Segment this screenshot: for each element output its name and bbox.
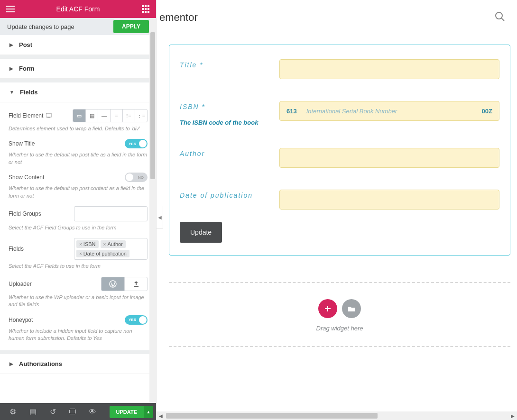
caret-right-icon: ▶ (9, 361, 13, 366)
caret-down-icon: ▼ (9, 90, 14, 95)
section-post[interactable]: ▶ Post (0, 35, 156, 55)
svg-rect-9 (142, 11, 144, 13)
svg-rect-13 (47, 118, 50, 118)
add-widget-button[interactable] (318, 299, 337, 318)
isbn-suffix: 00Z (482, 108, 492, 115)
svg-rect-5 (148, 5, 149, 7)
svg-rect-4 (145, 5, 147, 7)
show-content-label: Show Content (9, 174, 44, 181)
svg-point-16 (496, 12, 502, 19)
show-title-hint: Whether to use the default wp post title… (9, 151, 148, 166)
drop-label: Drag widget here (316, 325, 363, 332)
field-label-author: Author (180, 148, 279, 157)
uploader-basic-option[interactable] (124, 277, 147, 291)
svg-rect-19 (325, 308, 331, 309)
section-fields[interactable]: ▼ Fields (0, 82, 156, 102)
apply-button[interactable]: APPLY (113, 20, 149, 33)
show-content-hint: Whether to use the default wp post conte… (9, 185, 148, 200)
wrap-div-option[interactable]: ▭ (73, 110, 85, 122)
field-element-label: Field Element (9, 112, 53, 119)
apply-row-label: Update changes to page (7, 23, 74, 30)
honeypot-toggle[interactable]: YES (125, 315, 148, 325)
fields-label: Fields (9, 246, 24, 252)
isbn-prefix: 613 (286, 108, 297, 115)
uploader-label: Uploader (9, 281, 32, 287)
horizontal-scrollbar[interactable]: ◀ ▶ (157, 411, 517, 420)
widgets-grid-icon[interactable] (140, 3, 151, 15)
svg-rect-7 (145, 8, 147, 10)
field-label-title: Title * (180, 59, 279, 69)
fields-tagbox[interactable]: ×ISBN ×Author ×Date of publication (74, 238, 148, 260)
form-submit-button[interactable]: Update (180, 222, 222, 243)
section-authorizations[interactable]: ▶ Authorizations (0, 354, 156, 374)
uploader-options (101, 277, 148, 291)
section-form[interactable]: ▶ Form (0, 59, 156, 79)
history-icon[interactable]: ↺ (43, 403, 63, 420)
honeypot-label: Honeypot (9, 317, 33, 323)
search-icon[interactable] (494, 11, 508, 24)
scroll-left-icon[interactable]: ◀ (157, 411, 165, 420)
svg-rect-12 (46, 113, 51, 117)
svg-rect-11 (148, 11, 149, 13)
svg-rect-8 (148, 8, 149, 10)
responsive-mode-icon[interactable]: 🖵 (63, 403, 83, 420)
field-label-isbn: ISBN * The ISBN code of the book (180, 101, 279, 126)
svg-rect-6 (142, 8, 144, 10)
sidebar-scrollbar[interactable] (149, 18, 156, 403)
field-tag-author: ×Author (101, 240, 126, 248)
wrap-row-option[interactable]: — (98, 110, 110, 122)
svg-rect-10 (145, 11, 147, 13)
menu-icon[interactable] (5, 3, 16, 15)
wrap-ol-option[interactable]: ⁝≡ (122, 110, 135, 122)
remove-tag-icon[interactable]: × (79, 242, 82, 247)
navigator-icon[interactable]: ▤ (23, 403, 43, 420)
svg-rect-0 (6, 6, 15, 7)
caret-right-icon: ▶ (9, 66, 13, 71)
field-input-isbn[interactable]: 613 International Serial Book Number 00Z (279, 101, 499, 121)
field-element-options: ▭ ▦ — ≡ ⁝≡ ⋮≡ (73, 109, 148, 122)
field-element-hint: Determines element used to wrap a field.… (9, 125, 148, 132)
field-instructions-isbn: The ISBN code of the book (180, 119, 279, 126)
responsive-icon (46, 113, 53, 119)
field-input-title[interactable] (279, 59, 499, 79)
field-groups-hint: Select the ACF Field Groups to use in th… (9, 224, 148, 231)
svg-rect-3 (142, 5, 144, 7)
show-title-label: Show Title (9, 140, 35, 147)
caret-right-icon: ▶ (9, 42, 13, 47)
field-input-dop[interactable] (279, 190, 499, 210)
wrap-ul-option[interactable]: ≡ (110, 110, 122, 122)
show-content-toggle[interactable]: NO (125, 173, 148, 182)
scroll-right-icon[interactable]: ▶ (508, 411, 517, 420)
collapse-panel-handle[interactable]: ◀ (157, 206, 163, 228)
remove-tag-icon[interactable]: × (79, 251, 82, 256)
wrap-dl-option[interactable]: ⋮≡ (135, 110, 147, 122)
svg-rect-15 (134, 286, 138, 287)
fields-hint: Select the ACF Fields to use in the form (9, 263, 148, 270)
panel-title: Edit ACF Form (16, 5, 140, 13)
field-tag-dop: ×Date of publication (76, 250, 129, 257)
isbn-placeholder: International Serial Book Number (306, 108, 482, 115)
svg-rect-2 (6, 11, 15, 12)
uploader-wp-option[interactable] (102, 277, 124, 291)
svg-rect-1 (6, 9, 15, 9)
field-groups-label: Field Groups (9, 210, 41, 217)
field-groups-input[interactable] (74, 206, 148, 221)
acf-form-widget[interactable]: Title * ISBN * The ISBN code of the book… (169, 45, 510, 256)
svg-line-17 (501, 18, 504, 21)
settings-icon[interactable]: ⚙ (3, 403, 23, 420)
template-library-button[interactable] (342, 299, 361, 318)
update-caret[interactable]: ▲ (144, 406, 153, 418)
page-title: ementor (157, 11, 198, 24)
field-tag-isbn: ×ISBN (76, 240, 99, 248)
field-input-author[interactable] (279, 148, 499, 168)
wrap-table-option[interactable]: ▦ (85, 110, 98, 122)
preview-icon[interactable]: 👁 (83, 403, 102, 420)
uploader-hint: Whether to use the WP uploader or a basi… (9, 294, 148, 309)
field-label-dop: Date of publication (180, 190, 279, 199)
show-title-toggle[interactable]: YES (125, 139, 148, 148)
drop-widget-area[interactable]: Drag widget here (169, 282, 510, 347)
honeypot-hint: Whether to include a hidden input field … (9, 328, 148, 342)
update-button[interactable]: UPDATE (110, 406, 144, 418)
remove-tag-icon[interactable]: × (103, 242, 106, 247)
